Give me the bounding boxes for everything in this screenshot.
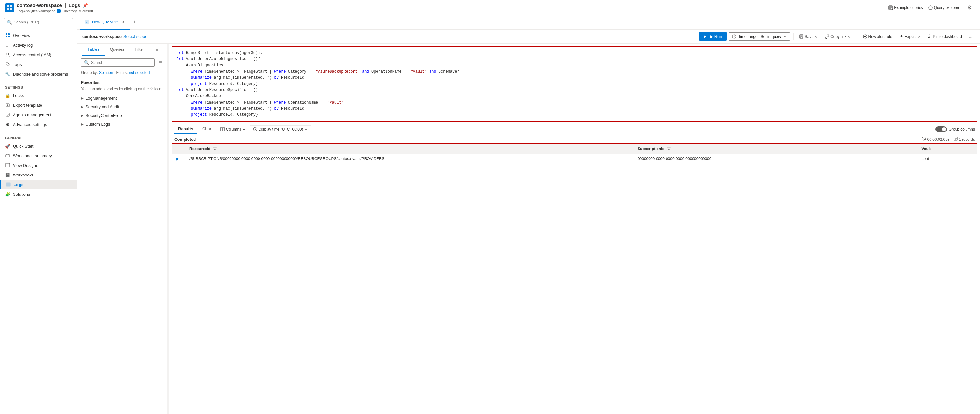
svg-rect-3 bbox=[10, 8, 12, 10]
sidebar-item-label: Logs bbox=[13, 182, 24, 187]
sidebar-item-overview[interactable]: Overview bbox=[0, 30, 77, 40]
group-columns-switch[interactable] bbox=[935, 126, 947, 132]
sidebar-item-quick-start[interactable]: 🚀 Quick Start bbox=[0, 141, 77, 151]
general-section-header: General bbox=[0, 132, 77, 141]
table-header-vault[interactable]: Vault bbox=[918, 144, 977, 154]
view-designer-icon bbox=[5, 163, 10, 168]
favorites-section: Favorites You can add favorites by click… bbox=[77, 78, 167, 94]
sidebar-item-locks[interactable]: 🔒 Locks bbox=[0, 90, 77, 100]
new-alert-rule-button[interactable]: New alert rule bbox=[861, 33, 895, 40]
panel-tab-filter[interactable]: Filter bbox=[130, 44, 149, 56]
sidebar-search-box[interactable]: 🔍 « bbox=[4, 18, 73, 26]
tab-close-btn[interactable]: ✕ bbox=[121, 20, 124, 24]
sidebar-item-workspace-summary[interactable]: Workspace summary bbox=[0, 151, 77, 160]
more-options-button[interactable]: ... bbox=[967, 33, 975, 40]
sidebar-item-workbooks[interactable]: 📓 Workbooks bbox=[0, 170, 77, 180]
example-queries-link[interactable]: Example queries bbox=[888, 5, 923, 10]
columns-button[interactable]: Columns bbox=[218, 126, 248, 133]
expand-row-cell[interactable]: ▶ bbox=[172, 154, 186, 164]
filter-list-icon[interactable] bbox=[158, 60, 163, 65]
svg-rect-9 bbox=[6, 33, 7, 35]
sidebar-item-tags[interactable]: Tags bbox=[0, 59, 77, 69]
svg-line-59 bbox=[924, 139, 925, 140]
pin-to-dashboard-button[interactable]: Pin to dashboard bbox=[925, 33, 964, 40]
svg-rect-40 bbox=[800, 36, 802, 38]
settings-gear-button[interactable]: ⚙ bbox=[964, 3, 975, 13]
code-editor[interactable]: let RangeStart = startofday(ago(3d)); le… bbox=[172, 46, 977, 122]
sidebar-item-agents-management[interactable]: Agents management bbox=[0, 110, 77, 120]
sidebar-item-label: Diagnose and solve problems bbox=[13, 72, 68, 76]
panel-tab-queries[interactable]: Queries bbox=[105, 44, 130, 56]
sidebar-item-label: View Designer bbox=[13, 163, 40, 168]
expandable-securitycenterfree[interactable]: ▶ SecurityCenterFree bbox=[77, 111, 167, 120]
sidebar-item-activity-log[interactable]: Activity log bbox=[0, 40, 77, 50]
svg-rect-13 bbox=[6, 44, 10, 44]
sidebar-search-input[interactable] bbox=[14, 20, 65, 24]
tab-new-query-1[interactable]: New Query 1* ✕ bbox=[80, 16, 130, 30]
sidebar-item-view-designer[interactable]: View Designer bbox=[0, 160, 77, 170]
expand-row-btn[interactable]: ▶ bbox=[176, 157, 179, 161]
sidebar-item-label: Workspace summary bbox=[13, 153, 52, 158]
workspace-summary-icon bbox=[5, 153, 10, 158]
export-button[interactable]: Export bbox=[897, 33, 923, 40]
svg-rect-10 bbox=[8, 33, 10, 35]
save-button[interactable]: Save bbox=[797, 33, 821, 40]
right-panel: let RangeStart = startofday(ago(3d)); le… bbox=[169, 44, 980, 414]
sidebar-item-export-template[interactable]: Export template bbox=[0, 100, 77, 110]
sidebar-item-logs[interactable]: Logs bbox=[0, 180, 77, 189]
top-header: contoso-workspace | Logs 📌 Log Analytics… bbox=[0, 0, 980, 16]
expandable-label: SecurityCenterFree bbox=[86, 113, 122, 118]
vault-cell: cont bbox=[918, 154, 977, 164]
panel-search-input[interactable] bbox=[91, 60, 152, 65]
new-tab-button[interactable]: + bbox=[130, 17, 140, 28]
results-table: ResourceId ▽ SubscriptionId ▽ Vault bbox=[172, 144, 977, 164]
svg-point-8 bbox=[929, 6, 932, 10]
left-panel: Tables Queries Filter 🔍 bbox=[77, 44, 167, 414]
locks-icon: 🔒 bbox=[5, 93, 10, 98]
sidebar-item-label: Solutions bbox=[13, 192, 30, 197]
sidebar-nav: Overview Activity log Access control (IA… bbox=[0, 29, 77, 414]
chart-tab[interactable]: Chart bbox=[198, 124, 216, 134]
expandable-sections: ▶ LogManagement ▶ Security and Audit ▶ S… bbox=[77, 94, 167, 128]
column-filter-icon[interactable]: ▽ bbox=[213, 147, 216, 151]
select-scope-link[interactable]: Select scope bbox=[124, 34, 147, 39]
diagnose-icon: 🔧 bbox=[5, 71, 10, 76]
panel-tab-tables[interactable]: Tables bbox=[82, 44, 105, 56]
sidebar-item-access-control[interactable]: Access control (IAM) bbox=[0, 50, 77, 59]
info-icon[interactable]: i bbox=[57, 9, 61, 13]
pin-icon[interactable]: 📌 bbox=[83, 3, 88, 8]
subscription-id-cell: 00000000-0000-0000-0000-000000000000 bbox=[634, 154, 918, 164]
time-range-button[interactable]: Time range : Set in query bbox=[729, 32, 790, 41]
workspace-scope: contoso-workspace bbox=[82, 34, 121, 39]
results-tab[interactable]: Results bbox=[174, 124, 197, 134]
expandable-logmanagement[interactable]: ▶ LogManagement bbox=[77, 94, 167, 103]
favorites-title: Favorites bbox=[81, 80, 163, 85]
sidebar-item-diagnose[interactable]: 🔧 Diagnose and solve problems bbox=[0, 69, 77, 79]
panel-search-box[interactable]: 🔍 bbox=[81, 59, 155, 67]
table-header-resource-id[interactable]: ResourceId ▽ bbox=[186, 144, 634, 154]
sidebar-item-label: Locks bbox=[13, 93, 24, 98]
copy-link-button[interactable]: Copy link bbox=[822, 33, 853, 40]
group-by-solution-link[interactable]: Solution bbox=[99, 70, 113, 75]
expandable-custom-logs[interactable]: ▶ Custom Logs bbox=[77, 120, 167, 128]
agents-management-icon bbox=[5, 112, 10, 117]
sidebar-item-label: Export template bbox=[13, 103, 42, 108]
filters-link[interactable]: not selected bbox=[129, 70, 150, 75]
svg-rect-27 bbox=[6, 182, 10, 186]
panel-tabs: Tables Queries Filter bbox=[77, 44, 167, 56]
svg-point-16 bbox=[7, 53, 9, 55]
svg-rect-0 bbox=[7, 5, 10, 7]
panel-filter-icon-btn[interactable] bbox=[152, 44, 162, 56]
table-header-subscription-id[interactable]: SubscriptionId ▽ bbox=[634, 144, 918, 154]
search-icon: 🔍 bbox=[7, 20, 12, 25]
expandable-security-audit[interactable]: ▶ Security and Audit bbox=[77, 103, 167, 111]
query-explorer-link[interactable]: Query explorer bbox=[928, 5, 959, 10]
sidebar-item-solutions[interactable]: 🧩 Solutions bbox=[0, 189, 77, 199]
sidebar-item-advanced-settings[interactable]: ⚙ Advanced settings bbox=[0, 120, 77, 129]
display-time-button[interactable]: Display time (UTC+00:00) bbox=[250, 125, 311, 133]
sidebar-collapse-btn[interactable]: « bbox=[67, 20, 70, 25]
svg-rect-25 bbox=[6, 163, 10, 167]
run-button[interactable]: ▶ Run bbox=[699, 32, 726, 41]
column-filter-icon[interactable]: ▽ bbox=[668, 147, 670, 151]
svg-rect-14 bbox=[6, 45, 9, 46]
